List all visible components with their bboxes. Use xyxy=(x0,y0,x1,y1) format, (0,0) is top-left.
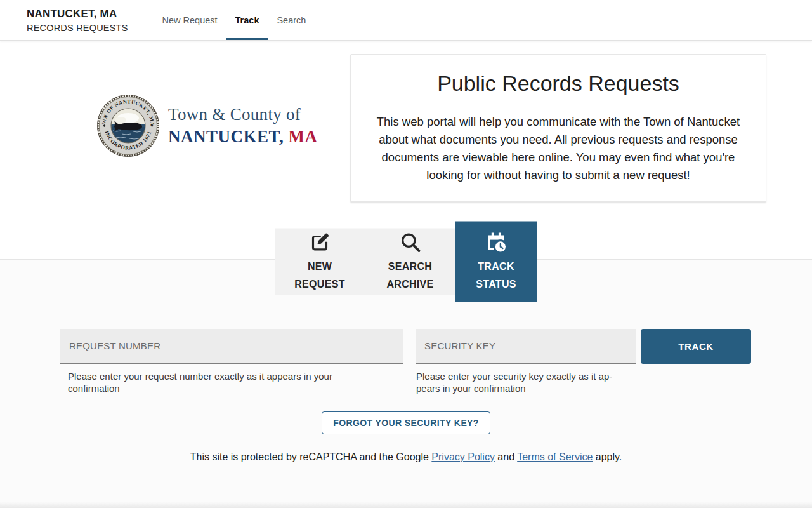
recaptcha-notice: This site is protected by reCAPTCHA and … xyxy=(0,451,812,463)
town-seal-icon: TOWN OF NANTUCKET, MASS INCORPORATED 167… xyxy=(96,94,160,157)
town-wordmark: Town & County of NANTUCKET, MA xyxy=(168,105,318,147)
forgot-security-key-button[interactable]: FORGOT YOUR SECURITY KEY? xyxy=(322,411,490,434)
recaptcha-text-before: This site is protected by reCAPTCHA and … xyxy=(190,451,432,462)
request-number-helper: Please enter your request number exactly… xyxy=(68,371,353,394)
security-key-helper: Please enter your security key exactly a… xyxy=(416,371,629,394)
nav-search[interactable]: Search xyxy=(268,0,315,40)
intro-text: This web portal will help you communicat… xyxy=(351,113,766,184)
privacy-policy-link[interactable]: Privacy Policy xyxy=(431,451,495,462)
recaptcha-text-after: apply. xyxy=(593,451,622,462)
forgot-row: FORGOT YOUR SECURITY KEY? xyxy=(0,411,812,434)
wordmark-line2: NANTUCKET, MA xyxy=(168,127,318,147)
recaptcha-text-middle: and xyxy=(495,451,517,462)
wordmark-line1: Town & County of xyxy=(168,105,318,124)
page-title: Public Records Requests xyxy=(351,71,766,96)
wordmark-state: MA xyxy=(289,127,318,146)
action-tiles: NEW REQUEST SEARCH ARCHIVE TRACK STATUS xyxy=(275,222,537,302)
main-nav: New Request Track Search xyxy=(154,0,315,40)
wordmark-town: NANTUCKET, xyxy=(168,127,284,146)
town-logo: TOWN OF NANTUCKET, MASS INCORPORATED 167… xyxy=(96,94,318,157)
intro-card: Public Records Requests This web portal … xyxy=(350,54,766,202)
track-button[interactable]: TRACK xyxy=(641,329,751,364)
search-archive-label: SEARCH ARCHIVE xyxy=(377,257,443,293)
new-request-label: NEW REQUEST xyxy=(287,257,353,293)
page: NANTUCKET, MA RECORDS REQUESTS New Reque… xyxy=(0,0,812,508)
search-archive-tile[interactable]: SEARCH ARCHIVE xyxy=(365,229,455,295)
calendar-clock-icon xyxy=(485,231,508,253)
track-status-tile[interactable]: TRACK STATUS xyxy=(455,222,537,302)
wordmark-divider xyxy=(168,126,293,127)
search-icon xyxy=(399,231,422,253)
new-request-tile[interactable]: NEW REQUEST xyxy=(275,229,365,295)
app-header: NANTUCKET, MA RECORDS REQUESTS New Reque… xyxy=(0,0,812,41)
nav-track[interactable]: Track xyxy=(226,0,268,40)
brand: NANTUCKET, MA RECORDS REQUESTS xyxy=(0,0,128,40)
bottom-band xyxy=(0,502,812,508)
brand-subtitle: RECORDS REQUESTS xyxy=(27,23,128,33)
request-number-input[interactable] xyxy=(60,329,403,364)
track-form: TRACK xyxy=(60,329,751,364)
nav-new-request[interactable]: New Request xyxy=(154,0,226,40)
track-status-label: TRACK STATUS xyxy=(463,257,529,293)
security-key-input[interactable] xyxy=(416,329,636,364)
brand-title: NANTUCKET, MA xyxy=(27,8,128,20)
terms-of-service-link[interactable]: Terms of Service xyxy=(517,451,593,462)
edit-square-icon xyxy=(308,231,331,253)
